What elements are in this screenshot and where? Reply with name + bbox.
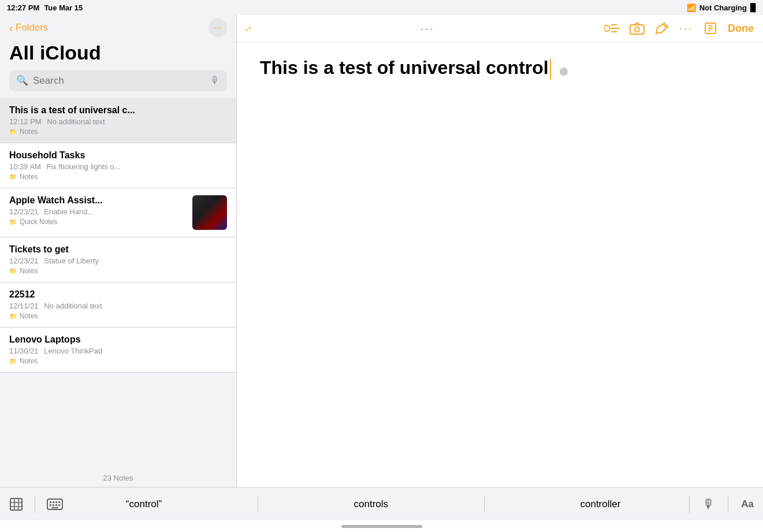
svg-rect-17 (50, 501, 51, 503)
list-item[interactable]: Tickets to get 12/23/21 Statue of Libert… (0, 237, 236, 282)
folder-icon: 📁 (9, 358, 17, 365)
draw-icon (655, 22, 669, 35)
divider-right (689, 496, 690, 513)
svg-rect-11 (10, 498, 22, 510)
note-folder: 📁 Notes (9, 312, 227, 320)
toolbar-right: ··· Done (604, 21, 754, 36)
list-item[interactable]: 22512 12/11/21 No additional text 📁 Note… (0, 282, 236, 328)
bottom-right-controls: 🎙 Aa (683, 496, 754, 513)
folder-icon: 📁 (9, 218, 17, 226)
divider (35, 496, 35, 513)
note-title: This is a test of universal c... (9, 105, 227, 116)
mic-button[interactable]: 🎙 (702, 497, 715, 512)
folder-name: Notes (20, 267, 38, 275)
bottom-left-controls (9, 496, 63, 513)
keyboard-icon (47, 498, 63, 510)
svg-rect-24 (58, 504, 60, 506)
folder-name: Notes (20, 357, 38, 365)
status-bar: 12:27 PM Tue Mar 15 📶 Not Charging ▉ (0, 0, 763, 15)
note-meta: 10:39 AM Fix flickering lights o... (9, 162, 227, 171)
more-options-toolbar-button[interactable]: ··· (679, 21, 693, 36)
note-meta: 12:12 PM No additional text (9, 117, 227, 126)
list-item[interactable]: Lenovo Laptops 11/30/21 Lenovo ThinkPad … (0, 328, 236, 373)
suggestion-divider (258, 496, 258, 512)
notes-list: This is a test of universal c... 12:12 P… (0, 98, 236, 469)
toolbar-left: ↕ (246, 23, 251, 35)
note-folder: 📁 Notes (9, 267, 227, 275)
suggestion-2[interactable]: controls (347, 495, 396, 514)
more-options-button[interactable]: ··· (209, 18, 227, 37)
font-settings-button[interactable]: Aa (741, 498, 754, 510)
svg-point-5 (635, 27, 639, 32)
chevron-left-icon: ‹ (9, 21, 13, 35)
folder-icon: 📁 (9, 128, 17, 136)
right-panel: ↕ ··· (237, 15, 763, 487)
note-title: Apple Watch Assist... (9, 195, 188, 206)
folder-name: Notes (20, 312, 38, 320)
collapse-dot (560, 68, 568, 76)
wifi-icon: 📶 (687, 3, 696, 12)
note-folder: 📁 Quick Notes (9, 218, 188, 226)
note-meta: 12/23/21 Statue of Liberty (9, 256, 227, 265)
done-button[interactable]: Done (728, 23, 754, 35)
note-editor[interactable]: This is a test of universal control (237, 42, 763, 487)
svg-point-0 (604, 25, 610, 31)
folders-back-button[interactable]: ‹ Folders (9, 21, 48, 35)
keyboard-icon-button[interactable] (47, 498, 63, 510)
svg-rect-4 (630, 25, 644, 34)
note-editor-title: This is a test of universal control (260, 57, 556, 78)
table-icon-button[interactable] (9, 497, 23, 511)
svg-rect-21 (50, 504, 51, 506)
battery-icon: ▉ (750, 3, 756, 12)
note-meta: 11/30/21 Lenovo ThinkPad (9, 347, 227, 355)
svg-rect-25 (51, 507, 58, 508)
text-cursor (550, 59, 551, 80)
camera-button[interactable] (630, 22, 645, 35)
folder-name: Notes (20, 128, 38, 136)
page-title: All iCloud (0, 39, 236, 70)
resize-button[interactable]: ↕ (246, 23, 251, 35)
svg-rect-20 (58, 501, 60, 503)
note-folder: 📁 Notes (9, 357, 227, 365)
divider-mic (728, 496, 728, 513)
note-meta: 12/23/21 Enable Hand... (9, 207, 188, 216)
list-item[interactable]: Household Tasks 10:39 AM Fix flickering … (0, 143, 236, 188)
home-indicator (0, 520, 763, 532)
folder-icon: 📁 (9, 173, 17, 181)
right-toolbar: ↕ ··· (237, 15, 763, 42)
list-item[interactable]: Apple Watch Assist... 12/23/21 Enable Ha… (0, 188, 236, 237)
note-thumbnail (192, 195, 227, 230)
search-icon: 🔍 (16, 75, 28, 87)
compose-button[interactable] (704, 21, 717, 35)
ellipsis-icon: ··· (214, 23, 221, 33)
note-title: Household Tasks (9, 150, 227, 161)
folders-label: Folders (16, 22, 49, 34)
table-icon (9, 497, 23, 511)
svg-rect-22 (53, 504, 54, 506)
battery-label: Not Charging (699, 3, 747, 12)
mic-search-icon[interactable]: 🎙 (210, 75, 220, 87)
left-header: ‹ Folders ··· (0, 15, 236, 39)
draw-button[interactable] (655, 22, 669, 35)
folder-icon: 📁 (9, 312, 17, 320)
suggestions-bar: “control” controls controller (63, 495, 683, 514)
svg-rect-18 (53, 501, 54, 503)
note-title: Tickets to get (9, 244, 227, 255)
suggestion-divider (484, 496, 485, 512)
folder-icon: 📁 (9, 267, 17, 275)
search-input[interactable] (33, 75, 206, 87)
note-meta: 12/11/21 No additional text (9, 302, 227, 310)
status-left: 12:27 PM Tue Mar 15 (7, 3, 83, 12)
note-folder: 📁 Notes (9, 173, 227, 181)
suggestion-1[interactable]: “control” (119, 495, 169, 514)
checklist-icon-button[interactable] (604, 22, 619, 35)
svg-rect-23 (55, 504, 57, 506)
suggestion-3[interactable]: controller (573, 495, 627, 514)
checklist-icon (604, 22, 619, 35)
list-item[interactable]: This is a test of universal c... 12:12 P… (0, 98, 236, 143)
note-title: Lenovo Laptops (9, 334, 227, 345)
note-title: 22512 (9, 289, 227, 300)
home-bar (341, 525, 422, 528)
compose-icon (704, 21, 717, 35)
status-right: 📶 Not Charging ▉ (687, 3, 756, 12)
